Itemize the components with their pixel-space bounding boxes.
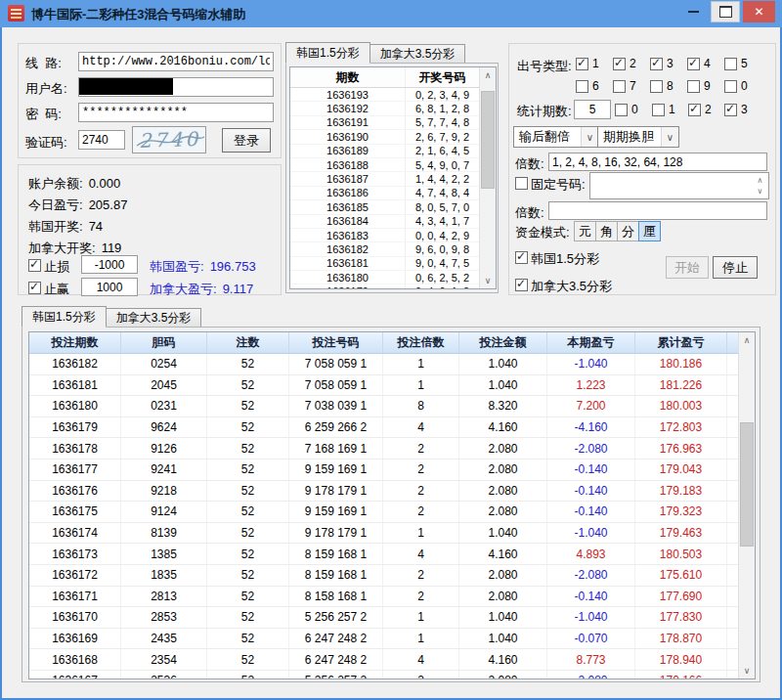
spin-up-icon[interactable]: ∧ <box>758 176 763 185</box>
captcha-input[interactable] <box>78 130 125 150</box>
draws-row[interactable]: 16361829, 6, 0, 9, 8 <box>290 242 496 256</box>
number-type-4-box[interactable]: ✓ <box>687 58 700 70</box>
stat-periods-input[interactable] <box>574 100 611 119</box>
draws-row[interactable]: 16361902, 6, 7, 9, 2 <box>290 130 496 144</box>
bets-col-7[interactable]: 累计盈亏 <box>635 332 727 353</box>
bets-col-1[interactable]: 胆码 <box>121 332 207 353</box>
scroll-down-icon[interactable]: ∨ <box>739 663 755 678</box>
draws-row[interactable]: 16361800, 6, 2, 5, 2 <box>290 271 496 284</box>
number-type-9-box[interactable] <box>687 80 700 93</box>
draws-col-numbers[interactable]: 开奖号码 <box>406 67 479 87</box>
draws-row[interactable]: 16361892, 1, 6, 4, 5 <box>290 145 496 158</box>
chevron-down-icon[interactable]: ∨ <box>661 127 678 147</box>
number-type-4[interactable]: ✓4 <box>687 57 711 70</box>
number-type-5-box[interactable] <box>724 58 737 70</box>
bets-row[interactable]: 16361721835528 159 168 122.080-2.080175.… <box>29 565 755 587</box>
number-type-0-box[interactable] <box>724 80 737 93</box>
double-after-loss-combo[interactable]: 输后翻倍 ∨ <box>513 126 599 148</box>
stat-check-1-box[interactable] <box>652 104 665 116</box>
stat-check-0-box[interactable] <box>615 104 628 116</box>
stop-loss-input[interactable] <box>81 255 138 274</box>
bets-row[interactable]: 16361682354526 247 248 244.1608.773178.9… <box>29 649 755 671</box>
number-type-5[interactable]: 5 <box>724 57 748 70</box>
fixed-number-spinner[interactable]: ∧∨ <box>753 174 767 197</box>
bets-col-0[interactable]: 投注期数 <box>29 332 121 353</box>
bets-col-2[interactable]: 注数 <box>207 332 289 353</box>
captcha-image[interactable]: 2740 <box>132 126 206 153</box>
titlebar[interactable]: 博牛国际-二彩种任3混合号码缩水辅助 ✕ <box>0 0 782 27</box>
stat-check-3-box[interactable]: ✓ <box>724 104 737 116</box>
number-type-2[interactable]: ✓2 <box>613 57 636 70</box>
number-type-0[interactable]: 0 <box>724 79 748 93</box>
money-mode-1[interactable]: 角 <box>595 221 618 241</box>
bets-row[interactable]: 16361779241529 159 169 122.080-0.140179.… <box>29 459 755 481</box>
number-type-3[interactable]: ✓3 <box>650 57 673 70</box>
bets-row[interactable]: 16361712813528 158 168 122.080-0.140177.… <box>29 587 755 608</box>
stat-check-3[interactable]: ✓3 <box>724 103 748 116</box>
money-mode-3[interactable]: 厘 <box>638 221 661 241</box>
draws-row[interactable]: 16361844, 3, 4, 1, 7 <box>290 215 496 229</box>
stop-win-input[interactable] <box>81 278 138 296</box>
bets-row[interactable]: 16361702853525 256 257 211.040-1.040177.… <box>29 607 755 629</box>
scroll-up-icon[interactable]: ∧ <box>480 67 496 83</box>
fixed-number-textarea[interactable]: ∧∨ <box>589 172 769 199</box>
draws-row[interactable]: 16361871, 4, 4, 2, 2 <box>290 172 496 186</box>
number-type-1-box[interactable]: ✓ <box>576 58 588 70</box>
bets-row[interactable]: 16361800231527 038 039 188.3207.200180.0… <box>29 396 755 417</box>
draws-scrollbar[interactable]: ∧ ∨ <box>479 67 496 288</box>
bets-row[interactable]: 16361820254527 058 059 111.040-1.040180.… <box>29 354 755 375</box>
multiplier-input[interactable] <box>548 153 767 171</box>
draws-row[interactable]: 16361819, 0, 4, 7, 5 <box>290 257 496 271</box>
bets-row[interactable]: 16361672536525 256 257 222.080-2.080170.… <box>29 671 755 679</box>
bets-col-4[interactable]: 投注倍数 <box>383 332 459 353</box>
bets-scrollbar[interactable]: ∧ ∨ <box>738 332 755 678</box>
draws-row[interactable]: 16361930, 2, 3, 4, 9 <box>290 88 496 102</box>
number-type-1[interactable]: ✓1 <box>576 57 599 70</box>
draws-tab-0[interactable]: 韩国1.5分彩 <box>285 42 370 64</box>
change-dan-combo[interactable]: 期期换胆 ∨ <box>597 126 679 148</box>
bets-col-5[interactable]: 投注金额 <box>459 332 547 353</box>
minimize-button[interactable] <box>678 1 708 22</box>
draws-col-period[interactable]: 期数 <box>290 67 406 87</box>
multiplier2-input[interactable] <box>548 201 767 220</box>
number-type-6-box[interactable] <box>576 80 588 93</box>
scroll-down-icon[interactable]: ∨ <box>480 273 496 288</box>
chevron-down-icon[interactable]: ∨ <box>581 127 598 147</box>
draws-row[interactable]: 16361864, 7, 4, 8, 4 <box>290 187 496 200</box>
stat-check-2-box[interactable]: ✓ <box>688 104 701 116</box>
number-type-3-box[interactable]: ✓ <box>650 58 663 70</box>
close-button[interactable]: ✕ <box>743 1 775 22</box>
number-type-8[interactable]: 8 <box>650 79 673 93</box>
stat-check-2[interactable]: ✓2 <box>688 103 712 116</box>
stop-loss-checkbox[interactable]: ✓ <box>28 259 41 272</box>
draws-row[interactable]: 16361915, 7, 7, 4, 8 <box>290 116 496 130</box>
number-type-7[interactable]: 7 <box>613 79 636 93</box>
line-input[interactable] <box>78 52 274 71</box>
money-mode-2[interactable]: 分 <box>617 221 639 241</box>
draws-scroll-thumb[interactable] <box>481 91 495 189</box>
start-button[interactable]: 开始 <box>666 256 709 279</box>
scroll-up-icon[interactable]: ∧ <box>739 332 755 348</box>
bets-row[interactable]: 16361692435526 247 248 211.040-0.070178.… <box>29 629 755 650</box>
draws-row[interactable]: 16361926, 8, 1, 2, 8 <box>290 102 496 115</box>
bets-scroll-thumb[interactable] <box>740 422 754 547</box>
stop-button[interactable]: 停止 <box>713 256 758 279</box>
bets-row[interactable]: 16361731385528 159 168 144.1604.893180.5… <box>29 544 755 565</box>
bets-col-6[interactable]: 本期盈亏 <box>547 332 635 353</box>
number-type-8-box[interactable] <box>650 80 663 93</box>
bets-row[interactable]: 16361789126527 168 169 122.080-2.080176.… <box>29 438 755 459</box>
bets-row[interactable]: 16361812045527 058 059 111.0401.223181.2… <box>29 375 755 397</box>
stop-win-checkbox[interactable]: ✓ <box>28 282 41 294</box>
number-type-6[interactable]: 6 <box>576 79 599 93</box>
money-mode-0[interactable]: 元 <box>574 221 596 241</box>
stat-check-1[interactable]: 1 <box>652 103 675 116</box>
bets-row[interactable]: 16361799624526 259 266 244.160-4.160172.… <box>29 417 755 439</box>
bets-col-3[interactable]: 投注号码 <box>289 332 383 353</box>
bets-row[interactable]: 16361769218529 178 179 122.080-0.140179.… <box>29 481 755 503</box>
stat-check-0[interactable]: 0 <box>615 103 638 116</box>
number-type-2-box[interactable]: ✓ <box>613 58 626 70</box>
password-input[interactable] <box>78 103 274 122</box>
bets-row[interactable]: 16361748139529 178 179 111.040-1.040179.… <box>29 523 755 545</box>
korea-checkbox[interactable]: ✓ <box>515 251 528 264</box>
fixed-number-checkbox[interactable] <box>515 177 528 190</box>
